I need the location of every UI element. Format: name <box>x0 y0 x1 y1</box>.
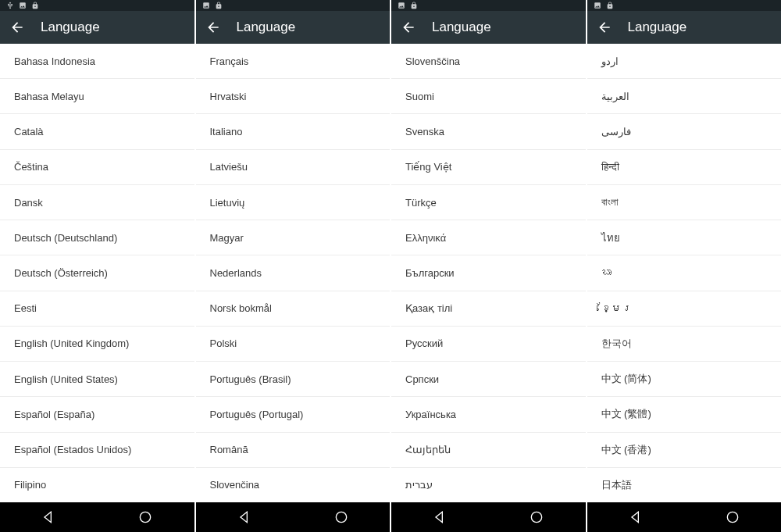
list-item[interactable]: Nederlands <box>196 255 390 291</box>
list-item[interactable]: Қазақ тілі <box>391 291 586 327</box>
image-icon <box>202 2 210 9</box>
lock-icon <box>606 2 614 9</box>
status-bar <box>196 0 390 11</box>
list-item[interactable]: Dansk <box>0 185 194 220</box>
navigation-bar <box>587 502 782 532</box>
nav-back-button[interactable] <box>229 502 260 532</box>
list-item[interactable]: Català <box>0 114 194 149</box>
language-label: Bahasa Indonesia <box>14 55 95 67</box>
language-label: 中文 (简体) <box>601 372 651 386</box>
list-item[interactable]: עברית <box>391 468 586 502</box>
nav-back-button[interactable] <box>33 502 64 532</box>
nav-back-button[interactable] <box>424 502 455 532</box>
back-button[interactable] <box>401 20 416 35</box>
list-item[interactable]: 한국어 <box>587 327 782 362</box>
list-item[interactable]: Deutsch (Österreich) <box>0 255 194 291</box>
language-label: Français <box>210 55 249 67</box>
nav-home-button[interactable] <box>130 502 161 532</box>
list-item[interactable]: Հայերեն <box>391 433 586 468</box>
list-item[interactable]: Türkçe <box>391 185 586 220</box>
list-item[interactable]: العربية <box>587 79 782 114</box>
status-bar <box>587 0 782 11</box>
list-item[interactable]: Português (Portugal) <box>196 397 390 432</box>
language-label: Magyar <box>210 232 244 244</box>
language-label: Svenska <box>405 126 444 137</box>
nav-back-button[interactable] <box>620 502 651 532</box>
list-item[interactable]: Slovenčina <box>196 468 390 502</box>
list-item[interactable]: Suomi <box>391 79 586 114</box>
list-item[interactable]: Italiano <box>196 114 390 149</box>
language-label: বাংলা <box>601 196 619 209</box>
list-item[interactable]: हिन्दी <box>587 150 782 185</box>
lock-icon <box>215 2 223 9</box>
language-label: Български <box>405 267 455 279</box>
navigation-bar <box>196 502 390 532</box>
list-item[interactable]: Hrvatski <box>196 79 390 114</box>
language-label: 中文 (香港) <box>601 443 651 457</box>
list-item[interactable]: 日本語 <box>587 468 782 502</box>
language-label: Українська <box>405 409 456 420</box>
list-item[interactable]: Slovenščina <box>391 44 586 79</box>
list-item[interactable]: বাংলা <box>587 185 782 220</box>
list-item[interactable]: 中文 (简体) <box>587 362 782 397</box>
language-label: العربية <box>601 91 629 102</box>
phone-screen: Languageاردوالعربيةفارسیहिन्दीবাংলাไทยಬಾ… <box>587 0 782 532</box>
back-button[interactable] <box>205 20 221 35</box>
list-item[interactable]: Filipino <box>0 468 194 502</box>
list-item[interactable]: Română <box>196 433 390 468</box>
language-label: ខ្មែរ <box>601 302 633 314</box>
list-item[interactable]: Español (Estados Unidos) <box>0 433 194 468</box>
language-label: Ελληνικά <box>405 232 446 244</box>
back-button[interactable] <box>597 20 612 35</box>
list-item[interactable]: Українська <box>391 397 586 432</box>
list-item[interactable]: Čeština <box>0 150 194 185</box>
phone-screen: LanguageSlovenščinaSuomiSvenskaTiếng Việ… <box>391 0 587 532</box>
list-item[interactable]: Tiếng Việt <box>391 150 586 185</box>
language-label: Suomi <box>405 91 434 102</box>
list-item[interactable]: Magyar <box>196 220 390 255</box>
language-label: Nederlands <box>210 267 262 279</box>
list-item[interactable]: Français <box>196 44 390 79</box>
page-title: Language <box>237 20 296 35</box>
nav-home-button[interactable] <box>717 502 748 532</box>
list-item[interactable]: English (United States) <box>0 362 194 397</box>
language-label: ಬಾ <box>601 267 612 279</box>
list-item[interactable]: Deutsch (Deutschland) <box>0 220 194 255</box>
language-label: Қазақ тілі <box>405 302 452 314</box>
app-header: Language <box>0 11 194 44</box>
list-item[interactable]: Português (Brasil) <box>196 362 390 397</box>
list-item[interactable]: Bahasa Indonesia <box>0 44 194 79</box>
phone-screen: LanguageBahasa IndonesiaBahasa MelayuCat… <box>0 0 196 532</box>
list-item[interactable]: ខ្មែរ <box>587 291 782 327</box>
language-list: SlovenščinaSuomiSvenskaTiếng ViệtTürkçeΕ… <box>391 44 586 502</box>
list-item[interactable]: ไทย <box>587 220 782 255</box>
language-label: Lietuvių <box>210 197 245 209</box>
list-item[interactable]: Norsk bokmål <box>196 291 390 327</box>
page-title: Language <box>628 20 687 35</box>
list-item[interactable]: Bahasa Melayu <box>0 79 194 114</box>
list-item[interactable]: Ελληνικά <box>391 220 586 255</box>
list-item[interactable]: ಬಾ <box>587 255 782 291</box>
back-button[interactable] <box>9 20 25 35</box>
list-item[interactable]: Български <box>391 255 586 291</box>
language-label: Slovenčina <box>210 479 260 491</box>
list-item[interactable]: Lietuvių <box>196 185 390 220</box>
nav-home-button[interactable] <box>521 502 552 532</box>
list-item[interactable]: Српски <box>391 362 586 397</box>
list-item[interactable]: 中文 (香港) <box>587 433 782 468</box>
list-item[interactable]: Latviešu <box>196 150 390 185</box>
list-item[interactable]: Español (España) <box>0 397 194 432</box>
list-item[interactable]: 中文 (繁體) <box>587 397 782 432</box>
phone-screen: LanguageFrançaisHrvatskiItalianoLatviešu… <box>196 0 392 532</box>
nav-home-button[interactable] <box>326 502 357 532</box>
list-item[interactable]: Polski <box>196 327 390 362</box>
list-item[interactable]: Русский <box>391 327 586 362</box>
list-item[interactable]: Eesti <box>0 291 194 327</box>
list-item[interactable]: English (United Kingdom) <box>0 327 194 362</box>
language-label: Русский <box>405 337 443 349</box>
list-item[interactable]: Svenska <box>391 114 586 149</box>
language-label: 中文 (繁體) <box>601 407 651 421</box>
list-item[interactable]: فارسی <box>587 114 782 149</box>
app-header: Language <box>196 11 390 44</box>
list-item[interactable]: اردو <box>587 44 782 79</box>
